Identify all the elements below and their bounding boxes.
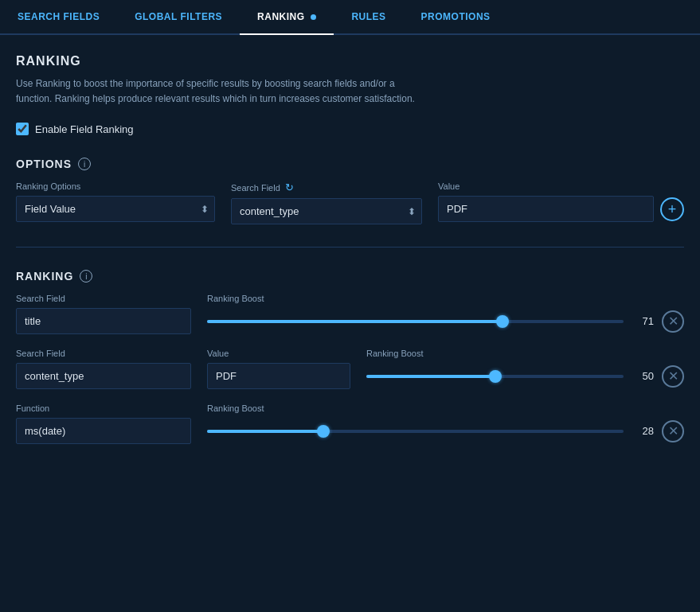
row0-boost-label: Ranking Boost: [207, 294, 684, 303]
ranking-dot: [311, 14, 316, 20]
ranking-row-0-content: title 71 ✕: [16, 308, 684, 334]
ranking-description: Use Ranking to boost the importance of s…: [16, 76, 430, 107]
row0-remove-button[interactable]: ✕: [662, 310, 684, 333]
section-divider: [16, 247, 684, 248]
row1-value: PDF: [207, 363, 350, 389]
ranking-row-1-content: content_type PDF 50 ✕: [16, 363, 684, 389]
row0-field-value: title: [16, 308, 191, 334]
ranking-section-header: RANKING i: [16, 270, 684, 283]
row2-remove-button[interactable]: ✕: [662, 420, 684, 442]
ranking-options-col: Ranking Options Field Value ⬍: [16, 181, 215, 222]
row2-slider-track: [207, 430, 624, 433]
row1-slider-thumb[interactable]: [489, 370, 502, 383]
value-input[interactable]: [438, 196, 654, 222]
row1-value-label: Value: [207, 349, 350, 358]
row0-slider-track: [207, 320, 624, 323]
enable-field-ranking-checkbox[interactable]: [16, 123, 29, 135]
row0-search-field-label: Search Field: [16, 294, 191, 303]
ranking-row-2: Function Ranking Boost ms(date) 28 ✕: [16, 403, 684, 444]
ranking-options-select-wrapper: Field Value ⬍: [16, 196, 215, 222]
row1-search-field-label: Search Field: [16, 349, 191, 358]
ranking-options-label: Ranking Options: [16, 181, 215, 191]
options-header: OPTIONS i: [16, 158, 684, 170]
value-col: Value +: [438, 181, 684, 222]
ranking-section: RANKING i Search Field Ranking Boost tit…: [16, 270, 684, 444]
row1-boost-label: Ranking Boost: [366, 349, 684, 358]
add-button[interactable]: +: [660, 197, 684, 221]
ranking-row-2-content: ms(date) 28 ✕: [16, 418, 684, 444]
row1-slider-container: 50: [366, 370, 654, 382]
search-field-select-wrapper: content_type ⬍: [231, 198, 422, 224]
row2-function-value: ms(date): [16, 418, 191, 444]
row0-boost-value: 71: [632, 315, 654, 327]
row2-boost-value: 28: [632, 425, 654, 437]
row1-field-value: content_type: [16, 363, 191, 389]
ranking-row-1: Search Field Value Ranking Boost content…: [16, 349, 684, 389]
tab-rules[interactable]: RULES: [334, 0, 403, 33]
search-field-select[interactable]: content_type: [231, 198, 422, 224]
options-info-icon[interactable]: i: [78, 158, 91, 170]
refresh-icon[interactable]: ↻: [285, 181, 294, 193]
row1-boost-value: 50: [632, 370, 654, 382]
row2-function-label: Function: [16, 403, 191, 413]
ranking-row-1-labels: Search Field Value Ranking Boost: [16, 349, 684, 358]
tab-global-filters[interactable]: GLOBAL FILTERS: [117, 0, 240, 33]
ranking-info-icon[interactable]: i: [80, 270, 92, 283]
enable-field-ranking-label: Enable Field Ranking: [35, 123, 134, 135]
row1-slider-track: [366, 375, 624, 378]
top-navigation: SEARCH FIELDS GLOBAL FILTERS RANKING RUL…: [0, 0, 700, 35]
ranking-row-2-labels: Function Ranking Boost: [16, 403, 684, 413]
row2-boost-label: Ranking Boost: [207, 403, 684, 413]
options-columns: Ranking Options Field Value ⬍ Search Fie…: [16, 181, 684, 224]
ranking-title: RANKING: [16, 54, 684, 68]
ranking-options-select[interactable]: Field Value: [16, 196, 215, 222]
row1-slider-fill: [366, 375, 495, 378]
ranking-section-title: RANKING: [16, 270, 73, 283]
ranking-row-0-labels: Search Field Ranking Boost: [16, 294, 684, 303]
options-title: OPTIONS: [16, 158, 72, 170]
main-content: RANKING Use Ranking to boost the importa…: [0, 35, 700, 478]
enable-field-ranking-row: Enable Field Ranking: [16, 123, 684, 135]
tab-search-fields[interactable]: SEARCH FIELDS: [0, 0, 117, 33]
ranking-row-0: Search Field Ranking Boost title 71 ✕: [16, 294, 684, 334]
row0-slider-container: 71: [207, 315, 654, 327]
search-field-label: Search Field ↻: [231, 181, 422, 193]
value-col-label: Value: [438, 181, 684, 191]
tab-ranking[interactable]: RANKING: [240, 0, 334, 35]
row2-slider-container: 28: [207, 425, 654, 437]
row0-slider-fill: [207, 320, 503, 323]
row0-slider-thumb[interactable]: [496, 315, 509, 328]
tab-promotions[interactable]: PROMOTIONS: [404, 0, 508, 33]
row1-remove-button[interactable]: ✕: [662, 365, 684, 388]
row2-slider-thumb[interactable]: [317, 425, 330, 438]
value-row: +: [438, 196, 684, 222]
search-field-col: Search Field ↻ content_type ⬍: [231, 181, 422, 224]
row2-slider-fill: [207, 430, 323, 433]
